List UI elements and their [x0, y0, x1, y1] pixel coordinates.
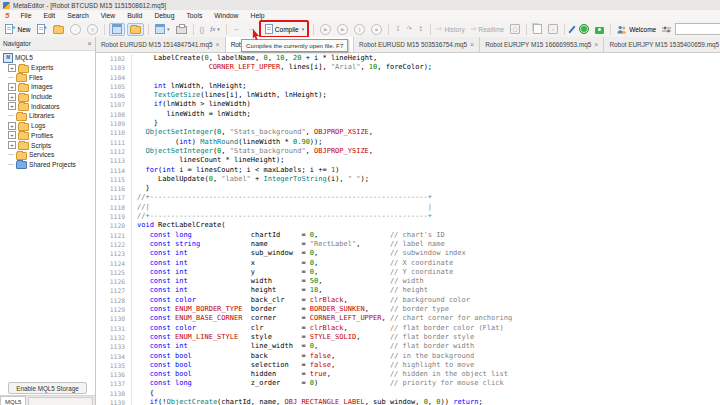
code-token: , [365, 305, 390, 313]
tree-item-images[interactable]: +Images [0, 82, 95, 92]
copy-button[interactable] [531, 23, 544, 35]
menu-item-build[interactable]: Build [121, 12, 148, 19]
line-number: 1118 [96, 203, 132, 212]
navigator-tab-label: MQL5 [5, 399, 21, 405]
code-token: long [175, 231, 192, 239]
search-input[interactable] [675, 23, 720, 35]
debug-stop-button[interactable]: ■ [369, 23, 384, 35]
tools-button[interactable] [569, 23, 575, 35]
line-number: 1124 [96, 259, 132, 268]
expand-plus-icon[interactable]: + [8, 83, 16, 91]
file-tab[interactable]: Robot EURUSD M15 503536754.mq5× [354, 37, 480, 52]
toggle-toolbox-button[interactable] [127, 23, 144, 36]
file-tab[interactable]: Robot EURJPY M15 1535400659.mq5× [604, 37, 720, 52]
navigate-back-button[interactable]: ← [231, 23, 243, 35]
chevron-down-icon[interactable]: ▾ [302, 26, 305, 32]
code-token: width = [188, 277, 310, 285]
tree-item-experts[interactable]: +Experts [0, 63, 95, 73]
insert-snippet-button[interactable]: fx▾ [208, 23, 222, 35]
toggle-navigator-button[interactable] [109, 23, 125, 36]
debug-pause-button[interactable]: ∥ [352, 23, 367, 35]
tree-root-label: MQL5 [15, 54, 33, 61]
expand-plus-icon[interactable]: + [8, 93, 16, 101]
code-token: 50 [310, 277, 318, 285]
tree-item-logs[interactable]: +Logs [0, 121, 95, 131]
realtime-mode-button[interactable]: ⇨ Realtime [469, 23, 507, 35]
step-out-button[interactable]: ↥ [416, 23, 425, 35]
save-all-button[interactable]: ◎ [85, 23, 100, 35]
code-text: if(!ObjectCreate(chartId, name, OBJ_RECT… [132, 398, 483, 405]
code-token: )) [441, 398, 454, 405]
profiler-button[interactable]: {} [198, 23, 207, 35]
settings-button[interactable] [660, 23, 673, 35]
tab-close-icon[interactable]: × [594, 41, 598, 48]
expand-plus-icon[interactable]: + [8, 102, 16, 110]
expand-plus-icon[interactable]: + [8, 141, 16, 149]
file-tab[interactable]: Robot EURUSD M15 1514847541.mq5× [96, 37, 226, 52]
step-over-icon: ↷ [407, 25, 412, 33]
step-over-button[interactable]: ↷ [405, 23, 414, 35]
tab-close-icon[interactable]: × [470, 41, 474, 48]
tree-item-shared-projects[interactable]: Shared Projects [0, 160, 95, 170]
code-token: , [344, 296, 390, 304]
new-file-button[interactable]: + New [3, 23, 33, 35]
menu-item-search[interactable]: Search [61, 12, 95, 19]
code-token: // flat border color (Flat) [390, 324, 504, 332]
tree-item-label: Files [29, 74, 43, 81]
expand-plus-icon[interactable]: + [8, 64, 16, 72]
close-icon[interactable]: × [87, 40, 92, 48]
debug-start-real-button[interactable]: ▶ [318, 23, 333, 35]
code-token: int [162, 166, 175, 174]
tab-close-icon[interactable]: × [216, 41, 220, 48]
mql5-logo-icon: 5 [0, 11, 14, 20]
code-token: line_width = [188, 342, 310, 350]
navigator-tab-area[interactable] [28, 397, 93, 405]
tree-root-mql5[interactable]: M MQL5 [0, 53, 95, 63]
code-editor[interactable]: 1102 LabelCreate(0, labelName, 0, 10, 20… [96, 53, 720, 405]
search-files-button[interactable]: ⌕ [546, 23, 560, 35]
tree-item-scripts[interactable]: +Scripts [0, 140, 95, 150]
code-line: 1139 if(!ObjectCreate(chartId, name, OBJ… [96, 398, 720, 405]
step-into-button[interactable]: ↧ [393, 23, 402, 35]
code-line: 1111 (int) MathRound(lineWidth * 0.90)); [96, 138, 720, 147]
debug-start-history-button[interactable]: ▶ [335, 23, 350, 35]
print-button[interactable] [174, 23, 189, 35]
tree-item-profiles[interactable]: +Profiles [0, 131, 95, 141]
navigator-tab-mql5[interactable]: MQL5 [0, 396, 26, 405]
code-token: STYLE_SOLID [310, 333, 356, 341]
tree-item-libraries[interactable]: Libraries [0, 111, 95, 121]
separator [564, 24, 565, 35]
menu-item-edit[interactable]: Edit [37, 12, 61, 19]
enable-mql5-storage-button[interactable]: Enable MQL5 Storage [8, 382, 87, 394]
styler-button[interactable]: ▾ [153, 23, 172, 35]
expand-plus-icon[interactable]: + [8, 131, 16, 139]
code-token: int [175, 342, 188, 350]
menu-item-help[interactable]: Help [245, 12, 271, 19]
community-button[interactable] [577, 23, 591, 35]
compile-button[interactable]: Compile [264, 23, 300, 35]
menu-item-window[interactable]: Window [208, 12, 244, 19]
file-tab[interactable]: Robot EURJPY M15 166669953.mq5× [480, 37, 604, 52]
menu-item-view[interactable]: View [95, 12, 122, 19]
menu-item-debug[interactable]: Debug [148, 12, 180, 19]
expand-plus-icon[interactable]: + [8, 122, 16, 130]
line-number: 1132 [96, 333, 132, 342]
save-button[interactable]: ↓ [68, 23, 83, 35]
open-file-button[interactable] [51, 23, 66, 35]
welcome-button[interactable]: Welcome [615, 23, 658, 35]
screenshot-button[interactable] [593, 23, 606, 35]
tree-item-services[interactable]: Services [0, 150, 95, 160]
new-document-button[interactable]: + [35, 23, 50, 35]
code-token: , [318, 277, 390, 285]
code-token: const [150, 361, 171, 369]
tree-item-include[interactable]: +Include [0, 92, 95, 102]
menu-item-file[interactable]: File [14, 12, 37, 19]
debug-window-button[interactable]: ▢ [508, 23, 522, 35]
code-token: , sub_window, [365, 398, 424, 405]
code-token: , [268, 54, 276, 62]
code-token: , [331, 352, 390, 360]
tree-item-indicators[interactable]: +Indicators [0, 101, 95, 111]
history-mode-button[interactable]: ⇨ History [435, 23, 467, 35]
tree-item-files[interactable]: Files [0, 72, 95, 82]
menu-item-tools[interactable]: Tools [180, 12, 208, 19]
